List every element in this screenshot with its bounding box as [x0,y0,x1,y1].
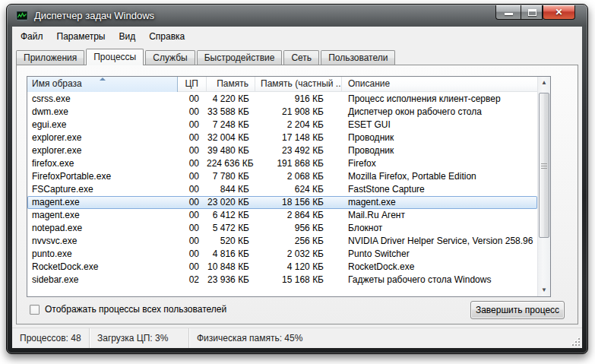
table-row[interactable]: explorer.exe0032 004 КБ17 148 КБПроводни… [27,131,537,144]
client-area: Файл Параметры Вид Справка Приложения Пр… [12,27,582,348]
table-row[interactable]: punto.exe004 816 КБ2 032 КБPunto Switche… [27,248,537,261]
table-cell: 2 032 КБ [255,248,342,261]
tab-users[interactable]: Пользователи [321,50,395,65]
table-cell: 7 780 КБ [207,170,255,183]
table-cell: 00 [178,93,207,106]
column-header-cpu[interactable]: ЦП [178,77,207,92]
table-cell: 520 КБ [207,235,255,248]
table-row[interactable]: magent.exe006 412 КБ2 864 КБMail.Ru Аген… [27,209,537,222]
table-cell: notepad.exe [27,222,178,235]
table-row[interactable]: magent.exe0023 020 КБ18 156 КБmagent.exe [27,196,537,209]
table-cell: 844 КБ [207,183,255,196]
tab-performance[interactable]: Быстродействие [197,50,283,65]
table-row[interactable]: FirefoxPortable.exe007 780 КБ2 068 КБMoz… [27,170,537,183]
column-header-memory[interactable]: Память [207,77,255,92]
table-cell: 5 472 КБ [207,222,255,235]
table-cell: Гаджеты рабочего стола Windows [342,274,537,286]
table-cell: 2 068 КБ [255,170,342,183]
table-cell: 32 004 КБ [207,131,255,144]
table-cell: 4 120 КБ [255,261,342,274]
window-title: Диспетчер задач Windows [34,10,154,21]
table-row[interactable]: explorer.exe0039 480 КБ23 492 КБПроводни… [27,144,537,157]
table-cell: 00 [178,235,207,248]
show-all-users-checkbox[interactable] [30,305,40,315]
tab-processes[interactable]: Процессы [86,49,144,65]
table-cell: 00 [178,170,207,183]
table-cell: 6 412 КБ [207,209,255,222]
task-manager-icon [16,10,28,22]
scroll-down-icon[interactable]: ▼ [538,284,550,296]
status-physical-memory: Физическая память: 45% [189,328,582,348]
table-cell: 00 [178,196,207,209]
minimize-icon [505,13,513,15]
table-row[interactable]: csrss.exe004 220 КБ916 КБПроцесс исполне… [27,93,537,106]
table-cell: 02 [178,274,207,286]
table-row[interactable]: FSCapture.exe00844 КБ624 КБFastStone Cap… [27,183,537,196]
tab-services[interactable]: Службы [145,50,195,65]
table-cell: 224 636 КБ [207,157,255,170]
table-row[interactable]: egui.exe007 248 КБ2 204 КБESET GUI [27,119,537,131]
table-cell: 256 КБ [255,235,342,248]
close-icon: ✕ [543,7,574,17]
menu-item-help[interactable]: Справка [142,28,191,45]
table-cell: FastStone Capture [342,183,537,196]
column-header-label: Имя образа [32,78,82,89]
menu-item-view[interactable]: Вид [112,28,142,45]
table-cell: 00 [178,131,207,144]
show-all-users-control[interactable]: Отображать процессы всех пользователей [30,304,226,315]
table-cell: 916 КБ [255,93,342,106]
column-header-image-name[interactable]: Имя образа [27,77,178,92]
tab-strip: Приложения Процессы Службы Быстродействи… [16,49,578,65]
table-cell: sidebar.exe [27,274,178,286]
column-header-memory-private[interactable]: Память (частный ... [255,77,342,92]
table-cell: magent.exe [27,196,178,209]
table-row[interactable]: firefox.exe00224 636 КБ191 868 КБFirefox [27,157,537,170]
table-cell: FSCapture.exe [27,183,178,196]
table-cell: 00 [178,209,207,222]
table-cell: explorer.exe [27,144,178,157]
tab-page-processes: Имя образа ЦП Память Память (частный ...… [16,65,578,324]
maximize-button[interactable] [521,5,543,20]
end-process-button[interactable]: Завершить процесс [470,301,565,319]
vertical-scrollbar[interactable]: ▲ ▼ [537,77,550,296]
table-cell: Проводник [342,131,537,144]
table-cell: Диспетчер окон рабочего стола [342,106,537,119]
show-all-users-label: Отображать процессы всех пользователей [45,304,226,315]
table-cell: 23 936 КБ [207,274,255,286]
scrollbar-thumb[interactable] [539,93,549,238]
table-cell: dwm.exe [27,106,178,119]
sort-asc-icon [100,78,106,81]
close-button[interactable]: ✕ [543,5,575,20]
table-row[interactable]: nvvsvc.exe00520 КБ256 КБNVIDIA Driver He… [27,235,537,248]
table-row[interactable]: sidebar.exe0223 936 КБ15 168 КБГаджеты р… [27,274,537,286]
menu-item-file[interactable]: Файл [14,28,50,45]
table-cell: 00 [178,183,207,196]
tab-networking[interactable]: Сеть [283,50,319,65]
table-cell: ESET GUI [342,119,537,131]
table-cell: 21 908 КБ [255,106,342,119]
table-cell: 00 [178,222,207,235]
table-row[interactable]: dwm.exe0033 588 КБ21 908 КБДиспетчер око… [27,106,537,119]
table-cell: 15 168 КБ [255,274,342,286]
maximize-icon [528,9,536,16]
table-cell: Проводник [342,144,537,157]
column-header-description[interactable]: Описание [342,77,537,92]
tab-applications[interactable]: Приложения [16,50,84,65]
menu-item-options[interactable]: Параметры [50,28,112,45]
scroll-up-icon[interactable]: ▲ [538,77,550,89]
table-cell: 00 [178,106,207,119]
minimize-button[interactable] [495,5,521,20]
table-row[interactable]: RocketDock.exe0010 848 КБ4 120 КБRocketD… [27,261,537,274]
menu-bar: Файл Параметры Вид Справка [12,27,582,46]
table-header-row: Имя образа ЦП Память Память (частный ...… [27,77,537,92]
resize-grip[interactable] [571,337,580,346]
table-row[interactable]: notepad.exe005 472 КБ956 КББлокнот [27,222,537,235]
table-cell: Процесс исполнения клиент-сервер [342,93,537,106]
table-cell: Блокнот [342,222,537,235]
title-bar[interactable]: Диспетчер задач Windows ✕ [7,5,587,27]
table-cell: 33 588 КБ [207,106,255,119]
table-cell: 00 [178,248,207,261]
desktop-background: Диспетчер задач Windows ✕ Файл Параметры… [0,0,595,364]
task-manager-window: Диспетчер задач Windows ✕ Файл Параметры… [6,4,588,354]
process-table-body: csrss.exe004 220 КБ916 КБПроцесс исполне… [27,93,537,296]
